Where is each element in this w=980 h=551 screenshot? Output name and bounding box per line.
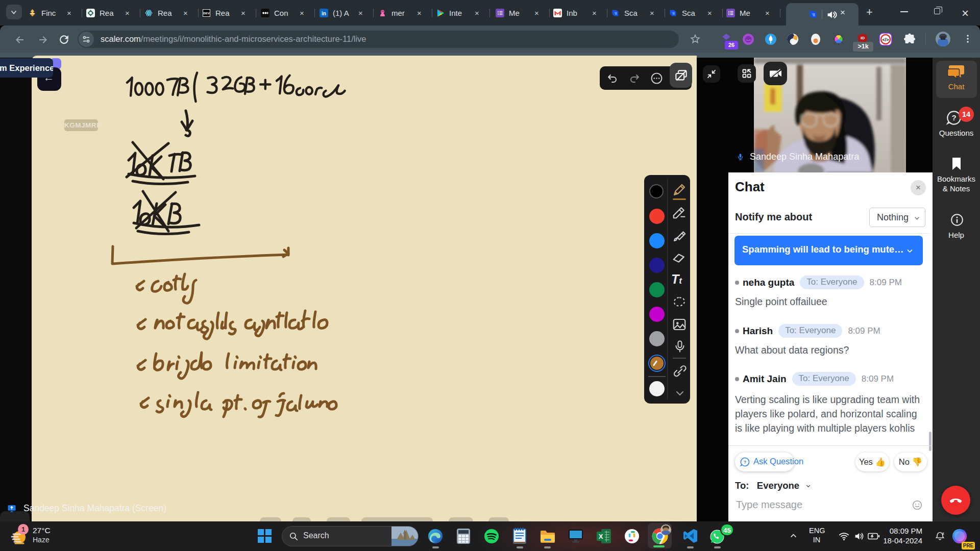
svg-text:?: ? bbox=[744, 460, 746, 465]
svg-text:X: X bbox=[599, 533, 603, 540]
svg-text:ID: ID bbox=[861, 36, 865, 40]
svg-text:-..-: -..- bbox=[746, 38, 751, 41]
svg-text:z: z bbox=[942, 532, 944, 535]
svg-text:in: in bbox=[322, 11, 326, 16]
svg-text:?: ? bbox=[951, 113, 956, 122]
svg-text:DEV: DEV bbox=[203, 12, 209, 15]
svg-text:</>: </> bbox=[882, 37, 889, 42]
